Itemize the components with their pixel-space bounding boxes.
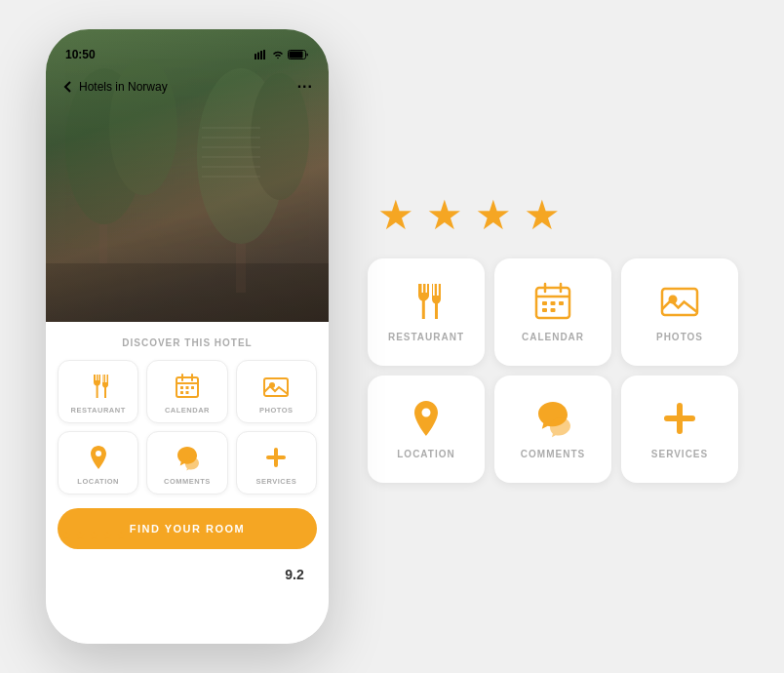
svg-rect-8 bbox=[202, 146, 260, 148]
svg-rect-10 bbox=[202, 166, 260, 168]
svg-rect-15 bbox=[263, 50, 265, 59]
svg-point-16 bbox=[277, 58, 279, 59]
big-cell-comments-label: COMMENTS bbox=[521, 449, 585, 459]
svg-rect-38 bbox=[664, 416, 695, 421]
svg-rect-12 bbox=[255, 54, 256, 59]
big-discover-grid: RESTAURANT CALENDAR PHOTOS bbox=[368, 258, 738, 483]
big-photos-icon bbox=[659, 281, 700, 322]
phone-nav: Hotels in Norway ··· bbox=[46, 72, 329, 101]
svg-rect-7 bbox=[202, 137, 260, 139]
rating-stars-row: ★ ★ ★ ★ bbox=[368, 191, 738, 239]
svg-rect-4 bbox=[99, 224, 107, 263]
grid-cell-comments[interactable]: COMMENTS bbox=[146, 431, 227, 495]
big-cell-comments[interactable]: COMMENTS bbox=[494, 376, 611, 483]
grid-cell-services-label: SERVICES bbox=[255, 477, 296, 486]
grid-cell-photos-label: PHOTOS bbox=[259, 406, 294, 415]
svg-rect-13 bbox=[257, 53, 259, 60]
grid-cell-restaurant-label: RESTAURANT bbox=[71, 406, 126, 415]
svg-rect-34 bbox=[551, 308, 556, 312]
svg-rect-28 bbox=[266, 455, 286, 459]
big-cell-services[interactable]: SERVICES bbox=[621, 376, 738, 483]
svg-rect-23 bbox=[180, 391, 183, 394]
grid-cell-calendar[interactable]: CALENDAR bbox=[146, 360, 227, 423]
big-cell-restaurant-label: RESTAURANT bbox=[388, 332, 464, 342]
svg-rect-24 bbox=[185, 391, 188, 394]
grid-cell-comments-label: COMMENTS bbox=[164, 477, 211, 486]
big-cell-restaurant[interactable]: RESTAURANT bbox=[368, 258, 485, 366]
svg-rect-22 bbox=[191, 386, 194, 389]
grid-cell-location-label: LOCATION bbox=[77, 477, 119, 486]
hotel-score-badge: 9.2 bbox=[274, 554, 315, 595]
hotel-name: Serendipity Hotel bbox=[61, 548, 270, 574]
hotel-address: Bøanedsetra, Postboks 402,0899 Stryn, No… bbox=[61, 580, 270, 605]
big-cell-photos[interactable]: PHOTOS bbox=[621, 258, 738, 366]
svg-rect-18 bbox=[290, 52, 303, 59]
grid-cell-services[interactable]: SERVICES bbox=[236, 431, 317, 495]
grid-cell-calendar-label: CALENDAR bbox=[165, 406, 210, 415]
big-cell-calendar[interactable]: CALENDAR bbox=[494, 258, 611, 366]
big-cell-calendar-label: CALENDAR bbox=[522, 332, 584, 342]
status-icons bbox=[255, 50, 309, 59]
svg-rect-6 bbox=[202, 127, 260, 129]
hotel-info-overlay: ★ ★ ★ ★ ★ Serendipity Hotel Bøanedsetra,… bbox=[61, 529, 270, 605]
big-cell-services-label: SERVICES bbox=[651, 449, 708, 459]
nav-back-label: Hotels in Norway bbox=[79, 80, 168, 94]
photos-icon bbox=[262, 373, 290, 400]
right-panel: ★ ★ ★ ★ RESTAURANT CALENDAR bbox=[368, 191, 738, 483]
star-1: ★ bbox=[377, 191, 414, 239]
big-cell-photos-label: PHOTOS bbox=[656, 332, 703, 342]
big-location-icon bbox=[406, 398, 447, 439]
big-plus-icon bbox=[659, 398, 700, 439]
svg-rect-5 bbox=[236, 244, 246, 293]
cutlery-icon bbox=[85, 373, 112, 400]
svg-rect-20 bbox=[180, 386, 183, 389]
plus-icon bbox=[262, 444, 290, 471]
location-icon bbox=[85, 444, 112, 471]
hotel-star-rating: ★ ★ ★ ★ ★ bbox=[61, 529, 270, 542]
calendar-icon bbox=[174, 373, 201, 400]
svg-rect-11 bbox=[202, 176, 260, 178]
discover-grid: RESTAURANT CALENDAR bbox=[58, 360, 317, 495]
star-3: ★ bbox=[475, 191, 512, 239]
big-cell-location-label: LOCATION bbox=[397, 449, 454, 459]
svg-rect-32 bbox=[559, 301, 564, 305]
svg-rect-33 bbox=[542, 308, 547, 312]
grid-cell-restaurant[interactable]: RESTAURANT bbox=[58, 360, 138, 423]
svg-rect-9 bbox=[202, 156, 260, 158]
status-time: 10:50 bbox=[65, 48, 96, 61]
star-4: ★ bbox=[524, 191, 561, 239]
grid-cell-location[interactable]: LOCATION bbox=[58, 431, 138, 495]
svg-rect-35 bbox=[662, 289, 697, 315]
big-comments-icon bbox=[532, 398, 573, 439]
status-bar: 10:50 bbox=[46, 29, 329, 72]
phone-mockup: 10:50 Hotels in Norway ··· ★ ★ ★ ★ ★ Ser… bbox=[46, 29, 329, 644]
svg-rect-14 bbox=[260, 51, 262, 59]
svg-rect-31 bbox=[551, 301, 556, 305]
big-cutlery-icon bbox=[406, 281, 447, 322]
svg-rect-30 bbox=[542, 301, 547, 305]
star-2: ★ bbox=[426, 191, 463, 239]
comments-icon bbox=[174, 444, 201, 471]
big-cell-location[interactable]: LOCATION bbox=[368, 376, 485, 483]
back-button[interactable]: Hotels in Norway bbox=[61, 80, 168, 94]
grid-cell-photos[interactable]: PHOTOS bbox=[236, 360, 317, 423]
discover-title: DISCOVER THIS HOTEL bbox=[58, 337, 317, 348]
more-button[interactable]: ··· bbox=[297, 78, 313, 96]
svg-rect-21 bbox=[185, 386, 188, 389]
big-calendar-icon bbox=[532, 281, 573, 322]
